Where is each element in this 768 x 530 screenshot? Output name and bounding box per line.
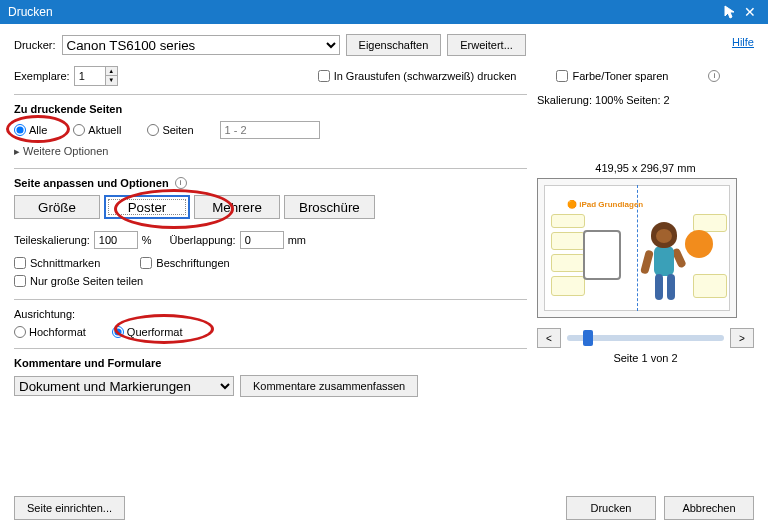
preview-dimensions: 419,95 x 296,97 mm [537,162,754,174]
tilescale-input[interactable] [94,231,138,249]
sizing-heading: Seite anpassen und Optionen [14,177,169,189]
overlap-label: Überlappung: [170,234,236,246]
properties-button[interactable]: Eigenschaften [346,34,442,56]
cursor-icon [724,5,736,19]
preview-prev-button[interactable]: < [537,328,561,348]
cutmarks-checkbox[interactable] [14,257,26,269]
pages-all-radio[interactable] [14,124,26,136]
tab-size[interactable]: Größe [14,195,100,219]
printer-label: Drucker: [14,39,56,51]
bigonly-label: Nur große Seiten teilen [30,275,143,287]
summarize-comments-button[interactable]: Kommentare zusammenfassen [240,375,418,397]
close-button[interactable]: ✕ [740,4,760,20]
preview-ipad-icon [583,230,621,280]
preview-page-divider [637,185,638,311]
copies-input[interactable] [75,67,105,85]
tilescale-label: Teileskalierung: [14,234,90,246]
preview-slider[interactable] [567,335,724,341]
advanced-button[interactable]: Erweitert... [447,34,526,56]
comments-heading: Kommentare und Formulare [14,357,527,369]
orientation-landscape-radio[interactable] [112,326,124,338]
pages-range-input[interactable] [220,121,320,139]
orientation-portrait-radio[interactable] [14,326,26,338]
copies-spinner[interactable]: ▲ ▼ [74,66,118,86]
pages-range-label: Seiten [162,124,193,136]
labels-label: Beschriftungen [156,257,229,269]
preview-doc-title: 🟠 iPad Grundlagen [567,200,643,209]
savetoner-checkbox[interactable] [556,70,568,82]
tilescale-unit: % [142,234,152,246]
orientation-landscape-label: Querformat [127,326,183,338]
preview-scaling-text: Skalierung: 100% Seiten: 2 [537,94,754,106]
overlap-input[interactable] [240,231,284,249]
orientation-heading: Ausrichtung: [14,308,527,320]
preview-next-button[interactable]: > [730,328,754,348]
comments-select[interactable]: Dokument und Markierungen [14,376,234,396]
preview-circle-icon [685,230,713,258]
tab-multiple[interactable]: Mehrere [194,195,280,219]
tab-poster[interactable]: Poster [104,195,190,219]
info-icon: i [708,70,720,82]
tab-booklet[interactable]: Broschüre [284,195,375,219]
spinner-up-icon[interactable]: ▲ [106,67,117,76]
pages-current-label: Aktuell [88,124,121,136]
copies-label: Exemplare: [14,70,70,82]
preview-page-indicator: Seite 1 von 2 [537,352,754,364]
spinner-down-icon[interactable]: ▼ [106,76,117,85]
pages-range-radio[interactable] [147,124,159,136]
info-icon: i [175,177,187,189]
preview-character-icon [639,222,689,302]
savetoner-label: Farbe/Toner sparen [572,70,668,82]
help-link[interactable]: Hilfe [732,36,754,48]
more-options-disclosure[interactable]: ▸ Weitere Optionen [14,145,527,158]
grayscale-label: In Graustufen (schwarzweiß) drucken [334,70,517,82]
pages-all-label: Alle [29,124,47,136]
bigonly-checkbox[interactable] [14,275,26,287]
printer-select[interactable]: Canon TS6100 series [62,35,340,55]
orientation-portrait-label: Hochformat [29,326,86,338]
overlap-unit: mm [288,234,306,246]
pages-heading: Zu druckende Seiten [14,103,527,115]
pages-current-radio[interactable] [73,124,85,136]
page-setup-button[interactable]: Seite einrichten... [14,496,125,520]
preview-pane: 🟠 iPad Grundlagen [537,178,737,318]
print-button[interactable]: Drucken [566,496,656,520]
cancel-button[interactable]: Abbrechen [664,496,754,520]
grayscale-checkbox[interactable] [318,70,330,82]
window-title: Drucken [8,5,53,19]
labels-checkbox[interactable] [140,257,152,269]
cutmarks-label: Schnittmarken [30,257,100,269]
